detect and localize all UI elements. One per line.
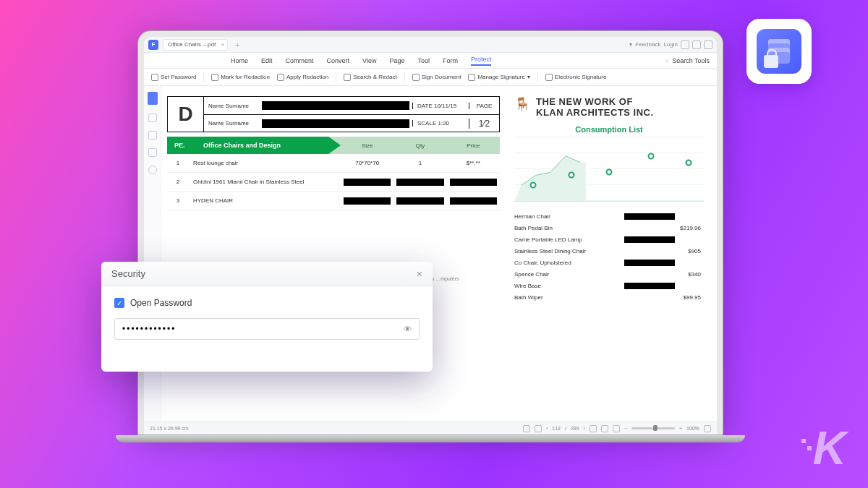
- item-name: Spence Chair: [514, 271, 675, 278]
- mark-redaction-button[interactable]: Mark for Redaction: [211, 74, 270, 81]
- title-block: D Name Surname DATE 10/11/15 PAGE: [167, 96, 500, 132]
- doc-tag: D: [168, 97, 204, 132]
- password-input[interactable]: •••••••••••• 👁: [114, 318, 420, 340]
- consumption-heading: Consumption List: [514, 125, 704, 134]
- page-dimensions: 21.15 x 29.99 cm: [150, 426, 189, 431]
- sign-icon: [412, 74, 420, 81]
- consumption-chart: [514, 137, 704, 202]
- window-max-icon[interactable]: [692, 40, 701, 49]
- item-name: Bath Pedal Bin: [514, 225, 675, 231]
- fit-width-icon[interactable]: [601, 425, 608, 432]
- dialog-title: Security: [111, 268, 145, 279]
- redacted-block: [262, 101, 409, 110]
- menu-tool[interactable]: Tool: [417, 57, 430, 64]
- redacted-block: [344, 179, 391, 186]
- chart-point: [647, 153, 654, 159]
- price-row: Herman Chair: [514, 210, 704, 222]
- chevron-down-icon: ▾: [527, 74, 530, 80]
- price-row: Bath Wiper$99.95: [514, 291, 704, 303]
- attachments-icon[interactable]: [148, 131, 157, 140]
- search-tools-input[interactable]: Search Tools: [665, 57, 710, 64]
- item-price: $99.95: [675, 294, 704, 301]
- redacted-block: [450, 179, 497, 186]
- item-name: Bath Wiper: [514, 294, 675, 301]
- manage-signature-button[interactable]: Manage Signature ▾: [468, 74, 529, 81]
- menu-form[interactable]: Form: [443, 57, 458, 64]
- dialog-close-icon[interactable]: ×: [417, 268, 422, 280]
- toggle-visibility-icon[interactable]: 👁: [404, 325, 412, 333]
- price-row: Stainless Steel Dining Chair$905: [514, 245, 704, 257]
- table-header: PE. Office Chairs and Design Size Qty Pr…: [167, 137, 500, 154]
- zoom-out-icon[interactable]: −: [624, 426, 627, 431]
- separator: [404, 72, 405, 82]
- redact-mark-icon: [211, 74, 218, 81]
- window-min-icon[interactable]: [681, 40, 689, 49]
- item-name: Herman Chair: [514, 213, 624, 220]
- menu-page[interactable]: Page: [389, 57, 404, 64]
- menu-comment[interactable]: Comment: [286, 57, 314, 64]
- chevron-down-icon[interactable]: ▾: [629, 41, 632, 48]
- fit-page-icon[interactable]: [590, 425, 597, 432]
- item-name: Carrie Portable LED Lamp: [514, 236, 624, 243]
- fullscreen-icon[interactable]: [704, 425, 711, 432]
- price-list: Herman ChairBath Pedal Bin$219.96Carrie …: [514, 210, 704, 303]
- view-mode-icon[interactable]: [613, 425, 620, 432]
- protect-feature-badge: [746, 19, 812, 84]
- feedback-link[interactable]: Feedback: [635, 41, 660, 48]
- watermark-logo: K: [801, 421, 846, 475]
- app-window: F Office Chairs –.pdf × + ▾ Feedback Log…: [144, 37, 717, 435]
- tab-close-icon[interactable]: ×: [221, 41, 224, 48]
- name-label-2: Name Surname: [204, 120, 262, 127]
- prev-page-icon[interactable]: ‹: [546, 426, 548, 431]
- bookmarks-icon[interactable]: [148, 114, 157, 122]
- open-password-checkbox[interactable]: ✓: [114, 298, 124, 308]
- apply-redaction-button[interactable]: Apply Redaction: [277, 74, 328, 81]
- menu-view[interactable]: View: [362, 57, 376, 64]
- item-price: $340: [675, 271, 704, 278]
- separator: [203, 72, 204, 82]
- menu-protect[interactable]: Protect: [471, 56, 492, 66]
- item-name: Co Chair, Upholstered: [514, 260, 624, 266]
- table-row: 1 Rest lounge chair 70*70*70 1 $**.**: [167, 154, 500, 173]
- security-dialog: Security × ✓ Open Password •••••••••••• …: [101, 262, 433, 372]
- redacted-block: [262, 119, 409, 128]
- item-name: Wire Base: [514, 283, 624, 289]
- menu-convert[interactable]: Convert: [327, 57, 350, 64]
- menu-home[interactable]: Home: [231, 57, 248, 64]
- login-link[interactable]: Login: [663, 41, 678, 48]
- select-tool-icon[interactable]: [535, 425, 542, 432]
- document-tab[interactable]: Office Chairs –.pdf ×: [163, 39, 228, 51]
- comments-icon[interactable]: [148, 166, 157, 174]
- laptop-base: [116, 435, 745, 442]
- scale-label: SCALE 1:20: [412, 120, 469, 127]
- electronic-signature-button[interactable]: Electronic Signature: [545, 74, 607, 81]
- menu-edit[interactable]: Edit: [261, 57, 273, 64]
- item-name: Stainless Steel Dining Chair: [514, 248, 675, 254]
- status-bar: 21.15 x 29.99 cm ‹ 112 / 289 › − + 1: [144, 421, 717, 435]
- search-redact-button[interactable]: Search & Redact: [344, 74, 396, 81]
- page-current[interactable]: 112: [552, 426, 561, 431]
- chart-point: [568, 172, 574, 179]
- page-cell: PAGE: [469, 103, 499, 109]
- zoom-in-icon[interactable]: +: [679, 426, 682, 431]
- sign-document-button[interactable]: Sign Document: [412, 74, 461, 81]
- redact-apply-icon: [277, 74, 284, 81]
- search-placeholder: Search Tools: [672, 57, 710, 64]
- layers-icon[interactable]: [148, 148, 157, 157]
- price-row: Spence Chair$340: [514, 268, 704, 280]
- item-price: $905: [675, 248, 704, 254]
- next-page-icon[interactable]: ›: [584, 426, 585, 431]
- separator: [336, 72, 336, 82]
- set-password-button[interactable]: Set Password: [151, 74, 196, 81]
- zoom-slider[interactable]: [631, 427, 675, 429]
- open-password-label: Open Password: [130, 298, 192, 308]
- new-tab-button[interactable]: +: [232, 40, 242, 49]
- window-close-icon[interactable]: [704, 40, 712, 49]
- redacted-block: [624, 283, 675, 289]
- zoom-level[interactable]: 100%: [686, 426, 699, 431]
- col-size: Size: [341, 142, 393, 149]
- ribbon-toolbar: Set Password Mark for Redaction Apply Re…: [144, 69, 717, 86]
- thumbnails-icon[interactable]: [148, 92, 158, 105]
- chart-point: [686, 159, 692, 166]
- hand-tool-icon[interactable]: [523, 425, 530, 432]
